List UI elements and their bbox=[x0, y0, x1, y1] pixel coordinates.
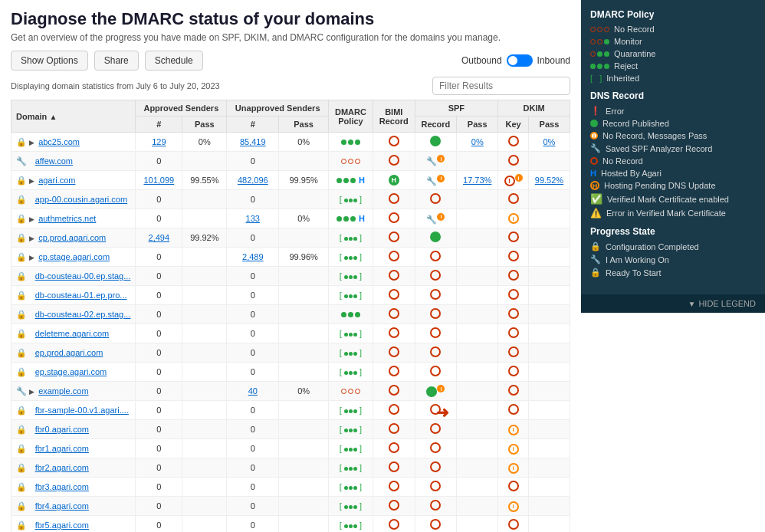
domain-link[interactable]: fbr4.agari.com bbox=[35, 501, 89, 511]
spf-pass-cell[interactable] bbox=[457, 324, 498, 343]
dkim-pass-cell[interactable] bbox=[528, 478, 570, 497]
dkim-pass-cell[interactable] bbox=[528, 439, 570, 458]
unapproved-num-cell[interactable]: 85,419 bbox=[227, 133, 279, 152]
dkim-pass-cell[interactable]: 0% bbox=[528, 133, 570, 152]
domain-link[interactable]: db-cousteau-01.ep.pro... bbox=[35, 291, 127, 300]
show-options-button[interactable]: Show Options bbox=[11, 51, 88, 71]
domain-link[interactable]: app-00.cousin.agari.com bbox=[35, 195, 127, 204]
table-row[interactable]: 🔒 ep.stage.agari.com 0 0 [ ] bbox=[11, 363, 570, 382]
spf-pass-cell[interactable] bbox=[457, 497, 498, 516]
spf-pass-cell[interactable] bbox=[457, 516, 498, 532]
table-row[interactable]: 🔒 fbr-sample-00.v1.agari.... 0 0 [ ] ➜ bbox=[11, 401, 570, 420]
domain-link[interactable]: abc25.com bbox=[38, 137, 80, 146]
unapproved-num-cell[interactable]: 0 bbox=[227, 324, 279, 343]
table-row[interactable]: 🔒 ▶ abc25.com 129 0% 85,419 0% 0% 0% bbox=[11, 133, 570, 152]
unapproved-num-cell[interactable]: 0 bbox=[227, 343, 279, 363]
unapproved-num-cell[interactable]: 0 bbox=[227, 497, 279, 516]
spf-pass-cell[interactable] bbox=[457, 248, 498, 267]
table-row[interactable]: 🔒 db-cousteau-02.ep.stag... 0 0 bbox=[11, 305, 570, 324]
dkim-pass-cell[interactable] bbox=[528, 305, 570, 324]
domain-link[interactable]: fbr2.agari.com bbox=[35, 463, 89, 472]
unapproved-num-cell[interactable]: 0 bbox=[227, 228, 279, 248]
unapproved-num-cell[interactable]: 0 bbox=[227, 458, 279, 478]
table-row[interactable]: 🔒 ▶ authmetrics.net 0 133 0% H 🔧i i bbox=[11, 209, 570, 228]
table-row[interactable]: 🔒 fbr3.agari.com 0 0 [ ] bbox=[11, 478, 570, 497]
unapproved-num-cell[interactable]: 0 bbox=[227, 190, 279, 209]
spf-pass-link[interactable]: 17.73% bbox=[463, 176, 491, 185]
dkim-pass-cell[interactable] bbox=[528, 458, 570, 478]
table-row[interactable]: 🔒 ▶ cp.stage.agari.com 0 2,489 99.96% [ … bbox=[11, 248, 570, 267]
domain-link[interactable]: affew.com bbox=[35, 156, 73, 166]
table-row[interactable]: 🔒 deleteme.agari.com 0 0 [ ] bbox=[11, 324, 570, 343]
approved-num-cell[interactable]: 0 bbox=[136, 286, 182, 305]
approved-num-cell[interactable]: 129 bbox=[136, 133, 182, 152]
unapproved-num-cell[interactable]: 0 bbox=[227, 439, 279, 458]
dkim-pass-cell[interactable]: 99.52% bbox=[528, 171, 570, 190]
unapproved-num-link[interactable]: 40 bbox=[248, 386, 258, 396]
unapproved-num-cell[interactable]: 0 bbox=[227, 286, 279, 305]
table-row[interactable]: 🔒 fbr4.agari.com 0 0 [ ] i bbox=[11, 497, 570, 516]
table-row[interactable]: 🔒 app-00.cousin.agari.com 0 0 [ ] bbox=[11, 190, 570, 209]
dkim-pass-cell[interactable] bbox=[528, 382, 570, 401]
table-row[interactable]: 🔒 fbr1.agari.com 0 0 [ ] i bbox=[11, 439, 570, 458]
approved-num-cell[interactable]: 2,494 bbox=[136, 228, 182, 248]
domain-link[interactable]: cp.prod.agari.com bbox=[38, 233, 106, 242]
dkim-pass-cell[interactable] bbox=[528, 497, 570, 516]
domain-link[interactable]: db-cousteau-00.ep.stag... bbox=[35, 271, 131, 281]
approved-num-link[interactable]: 129 bbox=[152, 137, 166, 146]
spf-pass-cell[interactable] bbox=[457, 439, 498, 458]
spf-pass-cell[interactable]: 17.73% bbox=[457, 171, 498, 190]
dkim-pass-cell[interactable] bbox=[528, 420, 570, 439]
dkim-pass-cell[interactable] bbox=[528, 190, 570, 209]
approved-num-cell[interactable]: 0 bbox=[136, 439, 182, 458]
spf-pass-cell[interactable] bbox=[457, 363, 498, 382]
table-row[interactable]: 🔒 db-cousteau-01.ep.pro... 0 0 [ ] bbox=[11, 286, 570, 305]
spf-pass-cell[interactable] bbox=[457, 382, 498, 401]
table-row[interactable]: 🔒 ep.prod.agari.com 0 0 [ ] bbox=[11, 343, 570, 363]
domain-link[interactable]: fbr5.agari.com bbox=[35, 521, 89, 530]
spf-pass-cell[interactable] bbox=[457, 152, 498, 171]
approved-num-cell[interactable]: 0 bbox=[136, 305, 182, 324]
filter-input[interactable] bbox=[432, 77, 570, 95]
table-row[interactable]: 🔒 fbr2.agari.com 0 0 [ ] i bbox=[11, 458, 570, 478]
domain-link[interactable]: db-cousteau-02.ep.stag... bbox=[35, 310, 131, 319]
dkim-pass-cell[interactable] bbox=[528, 248, 570, 267]
approved-num-cell[interactable]: 0 bbox=[136, 363, 182, 382]
unapproved-num-cell[interactable]: 0 bbox=[227, 420, 279, 439]
table-row[interactable]: 🔒 fbr0.agari.com 0 0 [ ] i bbox=[11, 420, 570, 439]
share-button[interactable]: Share bbox=[94, 51, 139, 71]
approved-num-cell[interactable]: 0 bbox=[136, 516, 182, 532]
spf-pass-cell[interactable] bbox=[457, 420, 498, 439]
spf-pass-cell[interactable] bbox=[457, 228, 498, 248]
hide-legend-bar[interactable]: ▼ HIDE LEGEND bbox=[581, 294, 765, 313]
approved-num-cell[interactable]: 0 bbox=[136, 478, 182, 497]
dkim-pass-cell[interactable] bbox=[528, 401, 570, 420]
dkim-pass-cell[interactable] bbox=[528, 286, 570, 305]
dkim-pass-cell[interactable] bbox=[528, 228, 570, 248]
approved-num-cell[interactable]: 0 bbox=[136, 497, 182, 516]
unapproved-num-cell[interactable]: 0 bbox=[227, 401, 279, 420]
schedule-button[interactable]: Schedule bbox=[145, 51, 203, 71]
table-row[interactable]: 🔒 ▶ agari.com 101,099 99.55% 482,096 99.… bbox=[11, 171, 570, 190]
approved-num-cell[interactable]: 0 bbox=[136, 382, 182, 401]
domain-link[interactable]: example.com bbox=[38, 386, 88, 396]
domain-link[interactable]: cp.stage.agari.com bbox=[38, 252, 110, 261]
unapproved-num-cell[interactable]: 0 bbox=[227, 305, 279, 324]
spf-pass-cell[interactable]: 0% bbox=[457, 133, 498, 152]
domain-link[interactable]: ep.prod.agari.com bbox=[35, 348, 103, 357]
spf-pass-cell[interactable] bbox=[457, 267, 498, 286]
spf-pass-cell[interactable] bbox=[457, 190, 498, 209]
dkim-pass-link[interactable]: 0% bbox=[543, 137, 556, 146]
approved-num-cell[interactable]: 0 bbox=[136, 401, 182, 420]
approved-num-cell[interactable]: 0 bbox=[136, 248, 182, 267]
traffic-toggle[interactable] bbox=[507, 54, 533, 67]
spf-pass-cell[interactable] bbox=[457, 478, 498, 497]
approved-num-cell[interactable]: 0 bbox=[136, 209, 182, 228]
domain-link[interactable]: fbr1.agari.com bbox=[35, 444, 89, 453]
approved-num-cell[interactable]: 0 bbox=[136, 458, 182, 478]
approved-num-link[interactable]: 2,494 bbox=[149, 233, 170, 242]
dkim-pass-cell[interactable] bbox=[528, 267, 570, 286]
domain-link[interactable]: fbr0.agari.com bbox=[35, 425, 89, 434]
spf-pass-cell[interactable] bbox=[457, 458, 498, 478]
unapproved-num-cell[interactable]: 2,489 bbox=[227, 248, 279, 267]
